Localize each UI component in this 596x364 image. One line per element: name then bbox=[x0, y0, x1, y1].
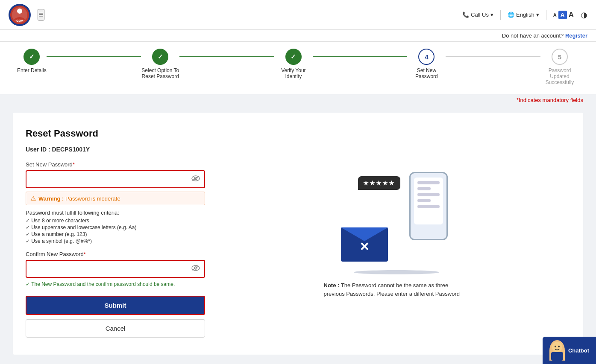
criteria-list: Use 8 or more characters Use uppercase a… bbox=[26, 218, 205, 244]
new-password-required: * bbox=[73, 161, 75, 168]
step-3: ✓ Verify Your Identity bbox=[274, 49, 313, 79]
warning-box: ⚠ Warning : Password is moderate bbox=[26, 192, 205, 205]
svg-point-12 bbox=[558, 346, 560, 347]
logo-inner: GOV bbox=[10, 6, 29, 24]
svg-point-11 bbox=[555, 346, 556, 347]
step-1-label: Enter Details bbox=[17, 67, 47, 73]
phone-line-1 bbox=[417, 181, 440, 184]
criteria-item: Use a symbol (e.g. @#%*) bbox=[26, 238, 205, 244]
font-large-button[interactable]: A bbox=[569, 11, 574, 19]
new-password-eye-icon[interactable] bbox=[191, 175, 200, 183]
stepper: ✓ Enter Details ✓ Select Option To Reset… bbox=[17, 49, 579, 85]
font-controls: A A A bbox=[553, 11, 574, 19]
illustration-image: ★★★★★ ✕ bbox=[337, 168, 456, 262]
svg-text:GOV: GOV bbox=[16, 19, 23, 22]
step-3-label: Verify Your Identity bbox=[274, 67, 313, 79]
phone-line-2 bbox=[417, 187, 431, 190]
svg-rect-10 bbox=[551, 352, 563, 361]
connector-1-2 bbox=[47, 56, 141, 57]
svg-point-1 bbox=[17, 9, 22, 14]
chatbot-avatar bbox=[549, 340, 565, 361]
criteria-item: Use uppercase and lowercase letters (e.g… bbox=[26, 224, 205, 230]
new-password-input[interactable] bbox=[26, 171, 204, 187]
mandatory-note: *Indicates mandatory fields bbox=[0, 94, 596, 106]
call-us-chevron: ▾ bbox=[490, 12, 493, 18]
no-account-text: Do not have an account? bbox=[502, 32, 564, 39]
chatbot-label: Chatbot bbox=[568, 347, 589, 354]
step-3-circle: ✓ bbox=[285, 49, 302, 65]
connector-4-5 bbox=[446, 56, 540, 57]
sub-header: Do not have an account? Register bbox=[0, 30, 596, 42]
confirm-password-label: Confirm New Password* bbox=[26, 251, 205, 257]
card: Reset Password User ID : DECPS1001Y Set … bbox=[13, 113, 583, 355]
new-password-wrapper bbox=[26, 170, 205, 188]
submit-button[interactable]: Submit bbox=[26, 296, 205, 315]
step-2-label: Select Option To Reset Password bbox=[141, 67, 179, 79]
warning-text: Warning : Password is moderate bbox=[38, 195, 120, 202]
call-us-label: Call Us bbox=[471, 12, 489, 18]
phone-line-3 bbox=[417, 193, 440, 196]
step-1-circle: ✓ bbox=[23, 49, 40, 65]
divider-1 bbox=[500, 10, 501, 20]
contrast-button[interactable]: ◑ bbox=[581, 10, 587, 20]
illustration-shadow bbox=[354, 270, 439, 274]
step-5: 5 Password Updated Successfully bbox=[540, 49, 579, 85]
header-left: GOV ≡ bbox=[9, 4, 44, 26]
language-chevron: ▾ bbox=[536, 12, 539, 18]
step-5-label: Password Updated Successfully bbox=[540, 67, 579, 85]
phone-line-4 bbox=[417, 199, 431, 202]
connector-3-4 bbox=[313, 56, 408, 57]
phone-screen bbox=[414, 178, 443, 224]
header: GOV ≡ 📞 Call Us ▾ 🌐 English ▾ A A A ◑ bbox=[0, 0, 596, 30]
connector-2-3 bbox=[179, 56, 274, 57]
step-4-circle: 4 bbox=[418, 49, 435, 65]
register-link[interactable]: Register bbox=[565, 32, 587, 39]
step-2-circle: ✓ bbox=[152, 49, 168, 65]
header-right: 📞 Call Us ▾ 🌐 English ▾ A A A ◑ bbox=[462, 10, 587, 20]
user-id-label: User ID : bbox=[26, 146, 50, 153]
phone-line-5 bbox=[417, 205, 440, 208]
criteria-title: Password must fulfill following criteria… bbox=[26, 210, 205, 216]
confirm-password-required: * bbox=[84, 251, 86, 257]
confirm-password-wrapper bbox=[26, 260, 205, 278]
form-section: Reset Password User ID : DECPS1001Y Set … bbox=[26, 128, 205, 338]
criteria-item: Use a number (e.g. 123) bbox=[26, 231, 205, 237]
svg-point-9 bbox=[552, 342, 562, 352]
warning-icon: ⚠ bbox=[30, 195, 36, 202]
match-note: The New Password and the confirm passwor… bbox=[26, 281, 205, 287]
user-id-value: DECPS1001Y bbox=[52, 146, 90, 153]
user-id-row: User ID : DECPS1001Y bbox=[26, 146, 205, 153]
font-medium-button[interactable]: A bbox=[558, 11, 567, 19]
envelope-flap bbox=[341, 227, 388, 241]
chatbot-widget[interactable]: Chatbot bbox=[543, 337, 596, 361]
phone-icon: 📞 bbox=[462, 12, 469, 18]
language-button[interactable]: 🌐 English ▾ bbox=[508, 12, 539, 18]
step-4-label: Set New Password bbox=[407, 67, 446, 79]
confirm-password-eye-icon[interactable] bbox=[191, 265, 200, 273]
criteria-item: Use 8 or more characters bbox=[26, 218, 205, 224]
cancel-button[interactable]: Cancel bbox=[26, 319, 205, 338]
step-4: 4 Set New Password bbox=[407, 49, 446, 79]
stepper-bar: ✓ Enter Details ✓ Select Option To Reset… bbox=[0, 42, 596, 94]
main-content: Reset Password User ID : DECPS1001Y Set … bbox=[0, 106, 596, 361]
illustration-section: ★★★★★ ✕ bbox=[222, 128, 570, 338]
globe-icon: 🌐 bbox=[508, 12, 514, 18]
step-5-circle: 5 bbox=[552, 49, 568, 65]
phone-illustration bbox=[409, 172, 448, 240]
new-password-label: Set New Password* bbox=[26, 161, 205, 168]
chat-bubble: ★★★★★ bbox=[358, 176, 400, 190]
language-label: English bbox=[516, 12, 534, 18]
divider-2 bbox=[546, 10, 546, 20]
confirm-password-input[interactable] bbox=[26, 261, 204, 277]
step-1: ✓ Enter Details bbox=[17, 49, 47, 73]
envelope-illustration: ✕ bbox=[341, 227, 388, 262]
call-us-button[interactable]: 📞 Call Us ▾ bbox=[462, 12, 493, 18]
envelope-x-icon: ✕ bbox=[359, 240, 369, 254]
logo: GOV bbox=[9, 4, 31, 26]
font-small-button[interactable]: A bbox=[553, 12, 557, 17]
step-2: ✓ Select Option To Reset Password bbox=[141, 49, 179, 79]
hamburger-menu[interactable]: ≡ bbox=[38, 9, 44, 20]
note-text: Note : The Password cannot be the same a… bbox=[324, 281, 469, 298]
form-title: Reset Password bbox=[26, 128, 205, 139]
